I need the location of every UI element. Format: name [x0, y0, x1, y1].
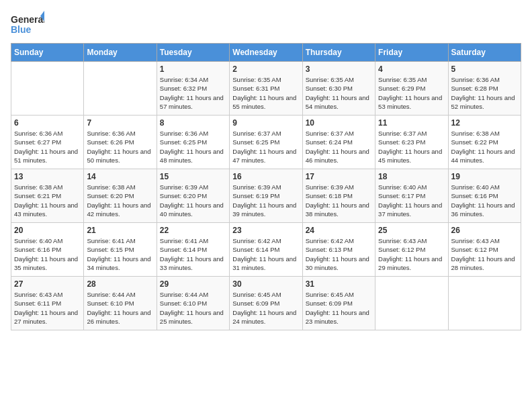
logo-icon: General Blue [11, 11, 44, 38]
day-info: Sunrise: 6:43 AMSunset: 6:12 PMDaylight:… [451, 236, 518, 272]
day-cell: 20Sunrise: 6:40 AMSunset: 6:16 PMDayligh… [11, 223, 84, 277]
day-info: Sunrise: 6:42 AMSunset: 6:14 PMDaylight:… [232, 236, 299, 272]
day-cell [11, 62, 84, 116]
day-number: 5 [451, 64, 518, 74]
day-number: 11 [378, 118, 445, 128]
day-info: Sunrise: 6:39 AMSunset: 6:20 PMDaylight:… [160, 183, 226, 218]
day-info: Sunrise: 6:41 AMSunset: 6:14 PMDaylight:… [160, 236, 226, 272]
day-cell: 30Sunrise: 6:45 AMSunset: 6:09 PMDayligh… [230, 277, 302, 330]
day-number: 29 [160, 279, 226, 289]
day-cell: 9Sunrise: 6:37 AMSunset: 6:25 PMDaylight… [230, 116, 302, 169]
day-cell: 4Sunrise: 6:35 AMSunset: 6:29 PMDaylight… [375, 62, 448, 116]
day-cell: 12Sunrise: 6:38 AMSunset: 6:22 PMDayligh… [448, 116, 521, 169]
day-number: 7 [87, 118, 153, 128]
day-number: 20 [14, 226, 81, 235]
day-number: 31 [306, 279, 372, 289]
day-cell: 11Sunrise: 6:37 AMSunset: 6:23 PMDayligh… [375, 116, 448, 169]
day-number: 24 [306, 226, 372, 235]
svg-text:Blue: Blue [11, 24, 32, 35]
day-info: Sunrise: 6:39 AMSunset: 6:18 PMDaylight:… [306, 183, 372, 218]
day-number: 10 [306, 118, 372, 128]
day-number: 27 [14, 279, 81, 289]
day-info: Sunrise: 6:37 AMSunset: 6:23 PMDaylight:… [378, 129, 445, 165]
day-cell: 25Sunrise: 6:43 AMSunset: 6:12 PMDayligh… [375, 223, 448, 277]
day-number: 16 [232, 172, 299, 181]
day-cell: 21Sunrise: 6:41 AMSunset: 6:15 PMDayligh… [84, 223, 157, 277]
weekday-header-row: SundayMondayTuesdayWednesdayThursdayFrid… [11, 44, 521, 62]
day-info: Sunrise: 6:42 AMSunset: 6:13 PMDaylight:… [306, 236, 372, 272]
day-info: Sunrise: 6:37 AMSunset: 6:24 PMDaylight:… [306, 129, 372, 165]
calendar-table: SundayMondayTuesdayWednesdayThursdayFrid… [11, 43, 521, 330]
day-cell: 5Sunrise: 6:36 AMSunset: 6:28 PMDaylight… [448, 62, 521, 116]
day-info: Sunrise: 6:40 AMSunset: 6:16 PMDaylight:… [451, 183, 518, 218]
day-cell [84, 62, 157, 116]
day-number: 13 [14, 172, 81, 181]
day-info: Sunrise: 6:43 AMSunset: 6:12 PMDaylight:… [378, 236, 445, 272]
weekday-header-wednesday: Wednesday [230, 44, 302, 62]
day-info: Sunrise: 6:38 AMSunset: 6:22 PMDaylight:… [451, 129, 518, 165]
day-cell: 14Sunrise: 6:38 AMSunset: 6:20 PMDayligh… [84, 169, 157, 223]
weekday-header-sunday: Sunday [11, 44, 84, 62]
day-number: 8 [160, 118, 226, 128]
day-info: Sunrise: 6:35 AMSunset: 6:29 PMDaylight:… [378, 75, 445, 111]
day-cell: 7Sunrise: 6:36 AMSunset: 6:26 PMDaylight… [84, 116, 157, 169]
day-cell: 28Sunrise: 6:44 AMSunset: 6:10 PMDayligh… [84, 277, 157, 330]
day-info: Sunrise: 6:39 AMSunset: 6:19 PMDaylight:… [232, 183, 299, 218]
day-cell: 3Sunrise: 6:35 AMSunset: 6:30 PMDaylight… [302, 62, 375, 116]
day-cell: 15Sunrise: 6:39 AMSunset: 6:20 PMDayligh… [157, 169, 229, 223]
day-cell: 26Sunrise: 6:43 AMSunset: 6:12 PMDayligh… [448, 223, 521, 277]
day-number: 15 [160, 172, 226, 181]
day-cell: 17Sunrise: 6:39 AMSunset: 6:18 PMDayligh… [302, 169, 375, 223]
week-row-2: 6Sunrise: 6:36 AMSunset: 6:27 PMDaylight… [11, 116, 521, 169]
day-number: 9 [232, 118, 299, 128]
weekday-header-friday: Friday [375, 44, 448, 62]
day-cell: 18Sunrise: 6:40 AMSunset: 6:17 PMDayligh… [375, 169, 448, 223]
day-info: Sunrise: 6:38 AMSunset: 6:21 PMDaylight:… [14, 183, 81, 218]
page-header: General Blue [11, 11, 521, 38]
day-cell: 31Sunrise: 6:45 AMSunset: 6:09 PMDayligh… [302, 277, 375, 330]
weekday-header-saturday: Saturday [448, 44, 521, 62]
day-info: Sunrise: 6:37 AMSunset: 6:25 PMDaylight:… [232, 129, 299, 165]
day-number: 14 [87, 172, 153, 181]
weekday-header-monday: Monday [84, 44, 157, 62]
day-cell: 29Sunrise: 6:44 AMSunset: 6:10 PMDayligh… [157, 277, 229, 330]
day-number: 30 [232, 279, 299, 289]
day-number: 23 [232, 226, 299, 235]
day-cell: 1Sunrise: 6:34 AMSunset: 6:32 PMDaylight… [157, 62, 229, 116]
day-info: Sunrise: 6:36 AMSunset: 6:25 PMDaylight:… [160, 129, 226, 165]
day-number: 4 [378, 64, 445, 74]
day-number: 22 [160, 226, 226, 235]
weekday-header-tuesday: Tuesday [157, 44, 229, 62]
day-info: Sunrise: 6:41 AMSunset: 6:15 PMDaylight:… [87, 236, 153, 272]
week-row-1: 1Sunrise: 6:34 AMSunset: 6:32 PMDaylight… [11, 62, 521, 116]
day-info: Sunrise: 6:36 AMSunset: 6:28 PMDaylight:… [451, 75, 518, 111]
day-cell: 23Sunrise: 6:42 AMSunset: 6:14 PMDayligh… [230, 223, 302, 277]
day-cell [448, 277, 521, 330]
week-row-3: 13Sunrise: 6:38 AMSunset: 6:21 PMDayligh… [11, 169, 521, 223]
day-info: Sunrise: 6:45 AMSunset: 6:09 PMDaylight:… [232, 290, 299, 326]
day-cell: 2Sunrise: 6:35 AMSunset: 6:31 PMDaylight… [230, 62, 302, 116]
day-info: Sunrise: 6:38 AMSunset: 6:20 PMDaylight:… [87, 183, 153, 218]
day-info: Sunrise: 6:34 AMSunset: 6:32 PMDaylight:… [160, 75, 226, 111]
logo: General Blue [11, 11, 44, 38]
day-cell: 16Sunrise: 6:39 AMSunset: 6:19 PMDayligh… [230, 169, 302, 223]
day-number: 25 [378, 226, 445, 235]
day-info: Sunrise: 6:44 AMSunset: 6:10 PMDaylight:… [160, 290, 226, 326]
day-number: 1 [160, 64, 226, 74]
day-info: Sunrise: 6:36 AMSunset: 6:27 PMDaylight:… [14, 129, 81, 165]
day-number: 26 [451, 226, 518, 235]
week-row-5: 27Sunrise: 6:43 AMSunset: 6:11 PMDayligh… [11, 277, 521, 330]
day-info: Sunrise: 6:40 AMSunset: 6:16 PMDaylight:… [14, 236, 81, 272]
day-cell: 22Sunrise: 6:41 AMSunset: 6:14 PMDayligh… [157, 223, 229, 277]
day-number: 2 [232, 64, 299, 74]
day-number: 17 [306, 172, 372, 181]
day-number: 28 [87, 279, 153, 289]
day-number: 21 [87, 226, 153, 235]
day-info: Sunrise: 6:35 AMSunset: 6:30 PMDaylight:… [306, 75, 372, 111]
day-number: 18 [378, 172, 445, 181]
day-number: 12 [451, 118, 518, 128]
day-info: Sunrise: 6:35 AMSunset: 6:31 PMDaylight:… [232, 75, 299, 111]
day-cell: 8Sunrise: 6:36 AMSunset: 6:25 PMDaylight… [157, 116, 229, 169]
day-cell [375, 277, 448, 330]
day-cell: 10Sunrise: 6:37 AMSunset: 6:24 PMDayligh… [302, 116, 375, 169]
